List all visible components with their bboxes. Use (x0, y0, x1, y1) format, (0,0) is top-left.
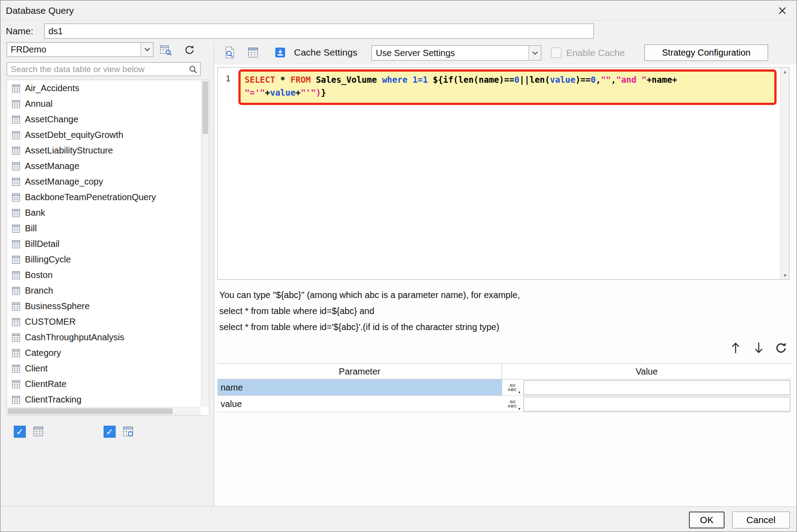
table-name: CashThroughputAnalysis (25, 332, 124, 343)
table-list-item[interactable]: AssetManage (8, 158, 201, 174)
table-list-item[interactable]: CUSTOMER (8, 314, 201, 330)
table-list-item[interactable]: Client (8, 361, 201, 376)
parameter-row: nameA̲UABC▾ (217, 379, 791, 396)
table-list-item[interactable]: BusinessSphere (8, 298, 201, 314)
editor-vertical-scrollbar[interactable]: ▲ ▼ (780, 68, 789, 279)
left-panel: FRDemo (4, 41, 213, 506)
sql-token: "'" (301, 88, 316, 97)
table-name: BusinessSphere (25, 301, 90, 311)
edit-connection-button[interactable] (157, 43, 174, 57)
cache-settings-label: Cache Settings (294, 47, 357, 58)
table-icon (11, 130, 21, 140)
cancel-button[interactable]: Cancel (732, 512, 790, 528)
table-list-item[interactable]: BackboneTeamPenetrationQuery (8, 189, 201, 205)
sql-code[interactable]: SELECT * FROM Sales_Volume where 1=1 ${i… (245, 73, 770, 99)
cache-icon[interactable] (274, 47, 286, 58)
dataset-name-input[interactable] (44, 24, 594, 39)
table-search-input[interactable] (7, 63, 186, 76)
sql-token: "" (601, 75, 611, 85)
table-data-icon[interactable] (247, 46, 259, 59)
close-icon[interactable] (776, 4, 789, 17)
sql-token: "='" (245, 88, 265, 97)
scrollbar-thumb[interactable] (202, 81, 208, 134)
sql-token: where (382, 75, 407, 85)
table-name: Air_Accidents (25, 83, 79, 93)
table-list-horizontal-scrollbar[interactable] (7, 407, 201, 415)
preview-query-icon[interactable] (224, 46, 236, 59)
table-icon (11, 84, 21, 93)
parameter-type-button[interactable]: A̲UABC▾ (502, 379, 523, 396)
table-list-item[interactable]: Bank (8, 205, 201, 221)
table-icon (11, 333, 21, 343)
cache-settings-select[interactable]: Use Server Settings (371, 45, 541, 60)
sql-token: 0 (514, 75, 519, 85)
database-query-dialog: Database Query Name: FRDemo (0, 0, 797, 532)
table-list-item[interactable]: ClientTracking (8, 392, 201, 407)
scroll-down-icon[interactable]: ▼ (781, 271, 789, 279)
dialog-title: Database Query (6, 5, 74, 16)
table-list-item[interactable]: BillingCycle (8, 252, 201, 267)
view-icon (122, 426, 134, 437)
table-list-item[interactable]: BillDetail (8, 236, 201, 252)
show-tables-checkbox[interactable]: ✓ (14, 426, 26, 438)
table-name: AssetChange (25, 114, 78, 125)
search-icon[interactable] (188, 64, 198, 74)
sql-highlight-annotation: SELECT * FROM Sales_Volume where 1=1 ${i… (238, 69, 777, 105)
parameter-row: valueA̲UABC▾ (217, 396, 791, 412)
sql-token: FROM (290, 75, 311, 85)
table-list-item[interactable]: Bill (8, 221, 201, 236)
table-list-item[interactable]: CashThroughputAnalysis (8, 330, 201, 345)
dialog-footer: OK Cancel (0, 506, 797, 532)
table-list-item[interactable]: AssetLiabilityStructure (8, 143, 201, 158)
enable-cache-label: Enable Cache (566, 48, 625, 58)
strategy-configuration-button[interactable]: Strategy Configuration (644, 44, 768, 61)
table-icon (11, 255, 21, 265)
help-line-3: select * from table where id='${abc}'.(i… (219, 319, 520, 335)
table-list-vertical-scrollbar[interactable] (201, 80, 209, 407)
table-list-item[interactable]: AssetChange (8, 112, 201, 127)
table-list-item[interactable]: ClientRate (8, 376, 201, 392)
parameter-value-input[interactable] (523, 380, 790, 395)
parameter-table: Parameter Value nameA̲UABC▾valueA̲UABC▾ (217, 363, 791, 412)
chevron-down-icon[interactable] (528, 46, 541, 60)
table-icon (32, 426, 44, 437)
table-list-item[interactable]: Boston (8, 267, 201, 283)
table-list-item[interactable]: Category (8, 345, 201, 361)
scrollbar-thumb[interactable] (8, 408, 173, 414)
table-list-item[interactable]: Annual (8, 96, 201, 112)
table-icon (11, 379, 21, 389)
move-parameter-up-button[interactable] (730, 341, 741, 355)
move-parameter-down-button[interactable] (753, 341, 765, 355)
sql-token: 0 (591, 75, 596, 85)
table-icon (11, 146, 21, 156)
parameter-name-cell[interactable]: value (217, 396, 502, 412)
table-name: Branch (25, 286, 53, 296)
refresh-tables-button[interactable] (181, 43, 198, 57)
name-label: Name: (6, 26, 33, 36)
show-views-checkbox[interactable]: ✓ (104, 426, 116, 438)
table-list-item[interactable]: AssetManage_copy (8, 174, 201, 189)
parameter-value-input[interactable] (523, 397, 790, 411)
sql-token: len( (530, 75, 550, 85)
sql-token: + (265, 88, 270, 97)
enable-cache-checkbox (551, 48, 561, 58)
table-name: BillDetail (25, 239, 60, 249)
refresh-parameters-button[interactable] (774, 341, 788, 355)
connection-select[interactable]: FRDemo (7, 42, 153, 57)
table-name: Category (25, 348, 61, 358)
chevron-down-icon[interactable] (141, 43, 153, 56)
table-icon (11, 286, 21, 296)
scroll-up-icon[interactable]: ▲ (781, 68, 789, 76)
table-name: AssetManage_copy (25, 177, 103, 187)
parameter-name-cell[interactable]: name (217, 379, 502, 396)
sql-editor[interactable]: 1 SELECT * FROM Sales_Volume where 1=1 $… (217, 67, 789, 280)
table-name: ClientTracking (25, 395, 81, 405)
parameter-type-button[interactable]: A̲UABC▾ (502, 396, 523, 412)
sql-token: )== (576, 75, 591, 85)
table-icon (11, 115, 21, 125)
table-name: AssetLiabilityStructure (25, 145, 113, 156)
table-list-item[interactable]: Branch (8, 283, 201, 298)
table-list-item[interactable]: AssetDebt_equityGrowth (8, 127, 201, 143)
table-list-item[interactable]: Air_Accidents (8, 81, 201, 96)
ok-button[interactable]: OK (689, 512, 725, 528)
